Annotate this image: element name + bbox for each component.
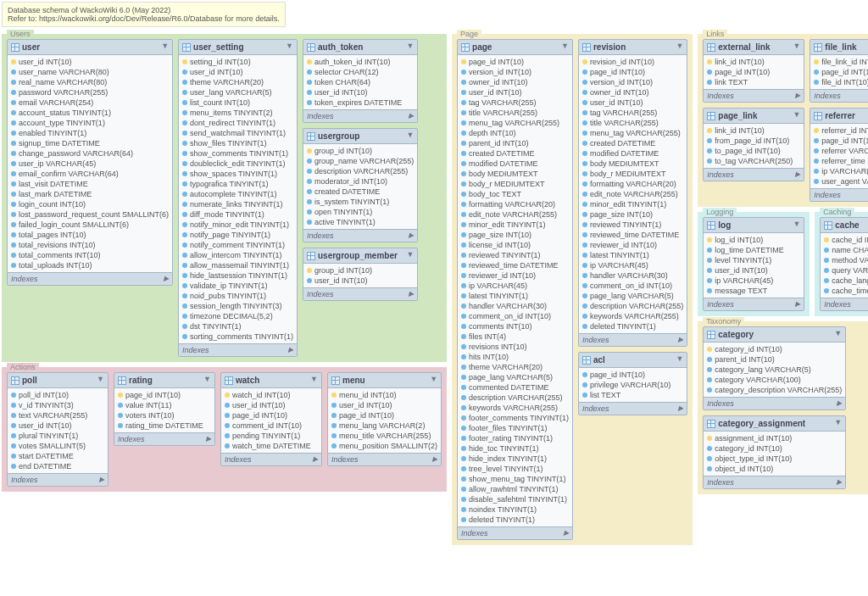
column-icon [461,90,466,95]
table-column: setting_id INT(10) [179,57,297,67]
indexes-section[interactable]: Indexes▶ [704,89,804,102]
column-def: depth INT(10) [469,129,516,137]
indexes-section[interactable]: Indexes▶ [458,526,572,539]
table-column: user_id INT(10) [179,67,297,77]
column-def: comment_on_id INT(10) [590,281,672,290]
table-column: validate_ip TINYINT(1) [179,281,297,291]
table-column: last_visit DATETIME [8,179,172,189]
column-icon [182,192,187,197]
table-header[interactable]: menu▼ [328,373,441,388]
table-header[interactable]: auth_token▼ [303,40,417,55]
table-column: theme VARCHAR(20) [458,362,572,372]
indexes-section[interactable]: Indexes▶ [8,473,108,486]
column-def: assignment_id INT(10) [715,434,792,443]
indexes-section[interactable]: Indexes▶ [303,109,417,122]
table-header[interactable]: category_assignment▼ [704,416,845,432]
table-icon [707,112,715,120]
indexes-section[interactable]: Indexes▶ [114,432,214,445]
indexes-section[interactable]: Indexes▶ [179,343,297,356]
column-icon [11,464,16,469]
table-column: voters INT(10) [114,410,214,421]
table-header[interactable]: log▼ [704,218,804,233]
table-header[interactable]: revision▼ [579,40,687,55]
column-def: token_expires DATETIME [314,98,402,107]
table-header[interactable]: cache▼ [821,218,868,233]
table-column: group_name VARCHAR(255) [303,156,417,166]
table-column: cache_time DATETIME [821,286,868,296]
table-header[interactable]: rating▼ [114,373,214,388]
table-column: to_tag VARCHAR(250) [704,156,804,166]
indexes-label: Indexes [707,300,734,309]
column-def: list TEXT [590,391,620,399]
indexes-section[interactable]: Indexes▶ [579,402,687,415]
table-usergroup: usergroup▼group_id INT(10)group_name VAR… [303,128,418,242]
indexes-label: Indexes [814,191,841,199]
table-header[interactable]: referrer▼ [810,109,868,124]
column-icon [461,385,466,390]
table-column: owner_id INT(10) [458,77,572,87]
table-column: title VARCHAR(255) [579,118,687,128]
table-column: page_id INT(10) [810,67,868,77]
table-header[interactable]: usergroup▼ [303,129,417,144]
table-usergroup_member: usergroup_member▼group_id INT(10)user_id… [303,248,418,301]
indexes-section[interactable]: Indexes▶ [821,298,868,310]
table-column: from_page_id INT(10) [704,136,804,146]
column-def: query VARCHAR(255) [832,266,868,275]
chevron-right-icon: ▶ [678,404,683,413]
column-def: user_id INT(10) [590,98,643,107]
indexes-section[interactable]: Indexes▶ [704,397,845,409]
indexes-label: Indexes [707,170,734,179]
column-def: user_id INT(10) [190,68,243,76]
indexes-section[interactable]: Indexes▶ [303,229,417,242]
chevron-down-icon: ▼ [286,42,293,50]
column-icon [461,334,466,339]
indexes-section[interactable]: Indexes▶ [303,287,417,300]
column-icon [182,283,187,288]
table-header[interactable]: user_setting▼ [179,40,297,55]
table-header[interactable]: category▼ [704,327,845,343]
column-def: to_tag VARCHAR(250) [715,157,793,165]
indexes-section[interactable]: Indexes▶ [704,476,845,488]
indexes-section[interactable]: Indexes▶ [221,453,321,465]
indexes-section[interactable]: Indexes▶ [704,298,804,310]
indexes-section[interactable]: Indexes▶ [579,333,687,346]
indexes-section[interactable]: Indexes▶ [810,188,868,201]
table-column: selector CHAR(12) [303,67,417,77]
table-header[interactable]: page_link▼ [704,109,804,124]
column-def: allow_intercom TINYINT(1) [190,251,281,259]
table-column: reviewer_id INT(10) [458,270,572,281]
table-header[interactable]: external_link▼ [704,40,804,55]
table-column: user_agent VARCHAR(150) [810,176,868,187]
table-header[interactable]: file_link▼ [810,40,868,55]
table-header[interactable]: watch▼ [221,373,321,388]
table-column: parent_id INT(10) [458,138,572,148]
indexes-section[interactable]: Indexes▶ [704,168,804,181]
table-column: deleted TINYINT(1) [458,515,572,525]
table-column: group_id INT(10) [303,265,417,276]
column-def: minor_edit TINYINT(1) [469,220,545,229]
table-header[interactable]: user▼ [8,40,172,55]
column-icon [118,413,123,418]
column-def: tree_level TINYINT(1) [469,465,542,473]
table-icon [707,331,715,339]
chevron-down-icon: ▼ [406,42,414,50]
chevron-down-icon: ▼ [793,42,800,50]
column-icon [824,258,829,263]
column-def: change_password VARCHAR(64) [19,149,133,158]
table-header[interactable]: acl▼ [579,353,687,368]
column-icon [307,70,312,75]
indexes-section[interactable]: Indexes▶ [328,453,441,465]
column-def: created DATETIME [314,187,380,196]
table-column: formatting VARCHAR(20) [579,179,687,189]
column-icon [707,377,712,382]
table-header[interactable]: usergroup_member▼ [303,248,417,264]
table-column: user_id INT(10) [221,400,321,410]
table-header[interactable]: poll▼ [8,373,108,388]
column-def: minor_edit TINYINT(1) [590,200,666,209]
indexes-section[interactable]: Indexes▶ [8,272,172,285]
table-column: comment_on_id INT(10) [458,311,572,321]
column-icon [814,138,819,143]
table-header[interactable]: page▼ [458,40,572,55]
indexes-section[interactable]: Indexes▶ [810,89,868,102]
column-def: reviewer_id INT(10) [590,241,657,249]
